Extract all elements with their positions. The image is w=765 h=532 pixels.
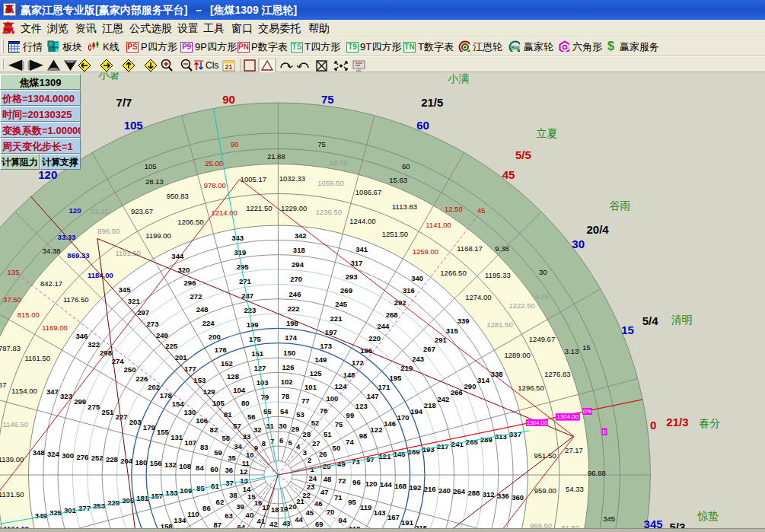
svg-text:134: 134 (174, 516, 186, 524)
svg-text:29: 29 (292, 425, 300, 433)
svg-text:293: 293 (346, 272, 358, 281)
svg-text:59: 59 (214, 448, 222, 457)
svg-text:5/4: 5/4 (642, 314, 659, 327)
svg-text:129: 129 (203, 387, 215, 396)
svg-text:34: 34 (234, 442, 242, 451)
svg-text:1236.50: 1236.50 (316, 208, 342, 216)
svg-text:178: 178 (160, 391, 172, 400)
svg-text:20: 20 (288, 502, 297, 511)
svg-text:172: 172 (352, 358, 364, 367)
svg-text:45: 45 (477, 206, 486, 215)
svg-text:44: 44 (295, 515, 303, 524)
svg-text:72: 72 (338, 476, 346, 485)
svg-text:30: 30 (279, 422, 287, 430)
svg-text:105: 105 (124, 119, 143, 132)
svg-text:12.50: 12.50 (445, 205, 463, 213)
svg-text:120: 120 (38, 168, 57, 181)
svg-text:71: 71 (334, 493, 343, 502)
svg-text:46: 46 (314, 499, 323, 508)
svg-text:15: 15 (621, 323, 634, 336)
svg-text:132: 132 (164, 460, 177, 469)
svg-text:74: 74 (346, 438, 354, 446)
svg-text:1276.83: 1276.83 (544, 370, 570, 378)
svg-text:98: 98 (359, 432, 368, 440)
svg-text:41: 41 (257, 517, 266, 525)
svg-text:244: 244 (377, 322, 390, 330)
svg-text:2: 2 (308, 456, 311, 464)
svg-text:154: 154 (172, 400, 185, 408)
svg-text:5: 5 (288, 438, 293, 447)
svg-text:249: 249 (156, 331, 168, 339)
svg-text:小暑: 小暑 (98, 72, 120, 81)
svg-text:7/7: 7/7 (116, 96, 132, 109)
svg-text:195: 195 (389, 374, 402, 382)
svg-text:360: 360 (512, 493, 524, 502)
svg-text:100: 100 (326, 394, 338, 403)
svg-text:1059.50: 1059.50 (317, 179, 343, 187)
svg-text:1274.00: 1274.00 (465, 293, 491, 301)
svg-text:1289.00: 1289.00 (505, 351, 531, 359)
svg-text:60: 60 (210, 465, 218, 473)
svg-text:342: 342 (295, 231, 307, 240)
svg-text:203: 203 (129, 418, 142, 426)
svg-text:202: 202 (148, 383, 160, 391)
svg-text:1176.50: 1176.50 (63, 295, 89, 304)
svg-text:760.67: 760.67 (0, 381, 6, 389)
svg-text:1249.67: 1249.67 (529, 335, 555, 343)
svg-text:3: 3 (303, 448, 307, 457)
svg-text:1139.00: 1139.00 (0, 455, 24, 464)
svg-text:1131.50: 1131.50 (0, 490, 24, 499)
svg-text:102: 102 (281, 377, 293, 386)
svg-text:273: 273 (147, 320, 159, 328)
svg-text:96: 96 (352, 478, 361, 486)
svg-text:224: 224 (202, 319, 215, 327)
svg-text:96.88: 96.88 (588, 469, 606, 477)
svg-text:240: 240 (438, 486, 451, 495)
svg-text:1222.50: 1222.50 (508, 301, 534, 310)
svg-text:63: 63 (225, 511, 233, 520)
svg-text:126: 126 (282, 363, 295, 371)
svg-text:1214.00: 1214.00 (212, 209, 237, 217)
svg-text:959.00: 959.00 (534, 486, 556, 495)
svg-text:Cls: Cls (206, 60, 218, 71)
svg-text:78: 78 (282, 392, 290, 400)
svg-text:21/3: 21/3 (666, 416, 688, 428)
svg-text:346: 346 (75, 332, 88, 340)
svg-text:124: 124 (335, 382, 348, 390)
svg-text:1199.00: 1199.00 (145, 231, 171, 240)
svg-text:8: 8 (262, 439, 266, 448)
svg-text:6.25: 6.25 (535, 292, 550, 301)
svg-text:9.38: 9.38 (495, 244, 509, 253)
svg-text:21.88: 21.88 (267, 152, 285, 161)
svg-text:340: 340 (411, 274, 423, 282)
svg-text:120: 120 (69, 206, 81, 215)
svg-text:76: 76 (320, 406, 328, 415)
svg-text:30: 30 (539, 268, 547, 276)
svg-text:296: 296 (184, 279, 196, 287)
svg-text:316: 316 (403, 286, 415, 295)
svg-text:1206.50: 1206.50 (177, 218, 203, 226)
svg-text:221: 221 (330, 314, 343, 323)
svg-text:325: 325 (49, 508, 62, 517)
svg-text:896.50: 896.50 (97, 227, 120, 235)
svg-text:1195.33: 1195.33 (485, 271, 511, 279)
svg-text:77: 77 (301, 397, 310, 405)
svg-text:322: 322 (88, 340, 100, 349)
svg-text:290: 290 (464, 382, 477, 390)
svg-text:小满: 小满 (448, 72, 469, 84)
svg-text:321: 321 (128, 297, 141, 305)
svg-text:170: 170 (397, 413, 410, 422)
svg-text:95: 95 (348, 498, 356, 506)
svg-text:228: 228 (106, 455, 118, 464)
svg-text:272: 272 (190, 292, 202, 301)
svg-text:20/4: 20/4 (586, 223, 609, 236)
svg-text:227: 227 (116, 413, 128, 421)
svg-text:324: 324 (47, 450, 60, 458)
svg-text:1304.00: 1304.00 (556, 413, 579, 420)
svg-text:6: 6 (279, 436, 283, 444)
svg-text:1146.50: 1146.50 (2, 420, 28, 428)
svg-text:60: 60 (402, 162, 410, 170)
svg-text:28.13: 28.13 (145, 177, 164, 186)
svg-text:119: 119 (360, 503, 371, 511)
svg-text:99: 99 (346, 411, 355, 419)
